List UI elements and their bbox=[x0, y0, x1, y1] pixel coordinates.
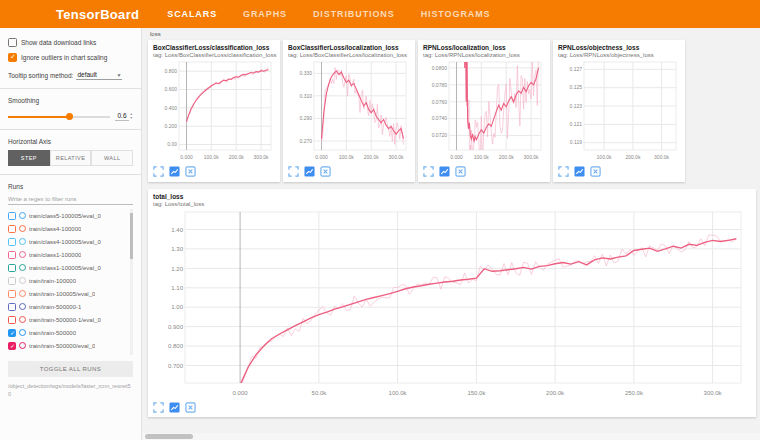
fit-domain-icon[interactable] bbox=[185, 402, 196, 413]
chart-title: BoxClassifierLoss/classification_loss bbox=[153, 44, 278, 51]
run-checkbox[interactable] bbox=[8, 238, 16, 246]
category-label-loss[interactable]: loss bbox=[150, 31, 760, 37]
tab-scalars[interactable]: SCALARS bbox=[167, 9, 217, 19]
chart-plot[interactable]: 0.8000.6000.4000.2000.000.000100.0k200.0… bbox=[153, 59, 278, 164]
run-row[interactable]: train/train-100000 bbox=[8, 274, 133, 287]
svg-text:0.0760: 0.0760 bbox=[432, 99, 448, 105]
expand-icon[interactable] bbox=[153, 166, 164, 177]
checkbox[interactable] bbox=[8, 38, 17, 47]
run-row[interactable]: train/class4-100000 bbox=[8, 222, 133, 235]
svg-text:0.200: 0.200 bbox=[164, 123, 177, 129]
svg-text:100.0k: 100.0k bbox=[389, 390, 408, 396]
log-scale-icon[interactable] bbox=[304, 166, 315, 177]
run-color-swatch[interactable] bbox=[19, 238, 26, 245]
run-checkbox[interactable] bbox=[8, 342, 16, 350]
run-color-swatch[interactable] bbox=[19, 290, 26, 297]
run-name: train/class1-100005/eval_0 bbox=[29, 265, 101, 271]
svg-text:0.0740: 0.0740 bbox=[432, 115, 448, 121]
expand-icon[interactable] bbox=[558, 166, 569, 177]
fit-domain-icon[interactable] bbox=[590, 166, 601, 177]
axis-button-wall[interactable]: WALL bbox=[91, 150, 133, 166]
run-checkbox[interactable] bbox=[8, 212, 16, 220]
run-color-swatch[interactable] bbox=[19, 212, 26, 219]
smoothing-slider-thumb[interactable] bbox=[66, 113, 73, 120]
tab-distributions[interactable]: DISTRIBUTIONS bbox=[313, 9, 395, 19]
run-checkbox[interactable] bbox=[8, 277, 16, 285]
svg-text:200.0k: 200.0k bbox=[364, 154, 380, 160]
run-checkbox[interactable] bbox=[8, 316, 16, 324]
expand-icon[interactable] bbox=[153, 402, 164, 413]
svg-text:200.0k: 200.0k bbox=[546, 390, 565, 396]
run-color-swatch[interactable] bbox=[19, 225, 26, 232]
runs-scrollbar[interactable] bbox=[130, 209, 133, 355]
run-color-swatch[interactable] bbox=[19, 303, 26, 310]
run-row[interactable]: train/train-500000/eval_0 bbox=[8, 339, 133, 352]
spinner-icons[interactable]: ▲▼ bbox=[130, 113, 133, 120]
checkbox[interactable] bbox=[8, 53, 17, 62]
svg-text:0.127: 0.127 bbox=[569, 66, 582, 72]
expand-icon[interactable] bbox=[423, 166, 434, 177]
run-row[interactable]: train/train-500000-1/eval_0 bbox=[8, 313, 133, 326]
fit-domain-icon[interactable] bbox=[185, 166, 196, 177]
axis-button-relative[interactable]: RELATIVE bbox=[50, 150, 92, 166]
horizontal-scrollbar[interactable] bbox=[142, 433, 760, 440]
run-color-swatch[interactable] bbox=[19, 329, 26, 336]
run-row[interactable]: train/train-100005/eval_0 bbox=[8, 287, 133, 300]
run-row[interactable]: train/class5-100005/eval_0 bbox=[8, 209, 133, 222]
tooltip-sorting-row: Tooltip sorting method: default ▼ bbox=[8, 70, 133, 80]
run-row[interactable]: train/class1-100005/eval_0 bbox=[8, 261, 133, 274]
tooltip-sorting-select[interactable]: default ▼ bbox=[76, 70, 122, 80]
expand-icon[interactable] bbox=[288, 166, 299, 177]
checkbox-row[interactable]: Show data download links bbox=[8, 38, 133, 47]
chart-plot[interactable]: 1.401.301.201.101.000.9000.8000.7000.000… bbox=[153, 208, 754, 400]
chart-plot[interactable]: 0.08000.07800.07600.07400.07200.000100.0… bbox=[423, 59, 548, 164]
chart-plot[interactable]: 0.3300.3100.2900.2700.000100.0k200.0k300… bbox=[288, 59, 413, 164]
svg-text:100.0k: 100.0k bbox=[339, 154, 355, 160]
run-color-swatch[interactable] bbox=[19, 316, 26, 323]
run-checkbox[interactable] bbox=[8, 251, 16, 259]
run-rows: train/class5-100005/eval_0train/class4-1… bbox=[8, 209, 133, 352]
tab-graphs[interactable]: GRAPHS bbox=[243, 9, 287, 19]
chart-actions bbox=[423, 166, 548, 177]
svg-text:0.123: 0.123 bbox=[569, 103, 582, 109]
log-scale-icon[interactable] bbox=[169, 402, 180, 413]
smoothing-slider[interactable] bbox=[8, 116, 110, 118]
log-scale-icon[interactable] bbox=[574, 166, 585, 177]
svg-text:200.0k: 200.0k bbox=[229, 154, 245, 160]
checkbox-row[interactable]: Ignore outliers in chart scaling bbox=[8, 53, 133, 62]
toggle-all-runs-button[interactable]: TOGGLE ALL RUNS bbox=[8, 361, 133, 377]
svg-text:0.121: 0.121 bbox=[569, 121, 582, 127]
run-row[interactable]: train/train-500000 bbox=[8, 326, 133, 339]
chart-card: RPNLoss/objectness_loss tag: Loss/RPNLos… bbox=[553, 40, 685, 182]
axis-button-step[interactable]: STEP bbox=[8, 150, 50, 166]
log-scale-icon[interactable] bbox=[439, 166, 450, 177]
chart-plot[interactable]: 0.1270.1250.1230.1210.119100.0k200.0k300… bbox=[558, 59, 683, 164]
svg-text:1.30: 1.30 bbox=[171, 246, 183, 252]
run-color-swatch[interactable] bbox=[19, 342, 26, 349]
fit-domain-icon[interactable] bbox=[320, 166, 331, 177]
run-checkbox[interactable] bbox=[8, 303, 16, 311]
run-checkbox[interactable] bbox=[8, 225, 16, 233]
runs-scrollbar-thumb[interactable] bbox=[130, 213, 133, 259]
horizontal-scrollbar-thumb[interactable] bbox=[145, 434, 193, 439]
spinner-down-icon[interactable]: ▼ bbox=[130, 117, 133, 121]
run-row[interactable]: train/class1-100000 bbox=[8, 248, 133, 261]
run-row[interactable]: train/train-500000-1 bbox=[8, 300, 133, 313]
chart-title: RPNLoss/localization_loss bbox=[423, 44, 548, 51]
run-row[interactable]: train/class4-100005/eval_0 bbox=[8, 235, 133, 248]
svg-text:0.800: 0.800 bbox=[164, 68, 177, 74]
svg-text:150.0k: 150.0k bbox=[467, 390, 486, 396]
run-name: train/class4-100005/eval_0 bbox=[29, 239, 101, 245]
run-checkbox[interactable] bbox=[8, 264, 16, 272]
run-color-swatch[interactable] bbox=[19, 264, 26, 271]
smoothing-value[interactable]: 0.6 bbox=[115, 112, 128, 121]
run-checkbox[interactable] bbox=[8, 290, 16, 298]
main-content: loss BoxClassifierLoss/classification_lo… bbox=[142, 28, 760, 440]
fit-domain-icon[interactable] bbox=[455, 166, 466, 177]
tab-histograms[interactable]: HISTOGRAMS bbox=[421, 9, 491, 19]
run-checkbox[interactable] bbox=[8, 329, 16, 337]
runs-filter-input[interactable] bbox=[8, 193, 133, 205]
run-color-swatch[interactable] bbox=[19, 251, 26, 258]
run-color-swatch[interactable] bbox=[19, 277, 26, 284]
log-scale-icon[interactable] bbox=[169, 166, 180, 177]
